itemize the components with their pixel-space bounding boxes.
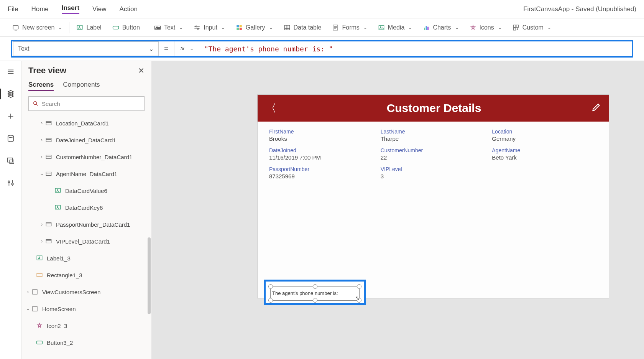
menu-view[interactable]: View [92, 5, 107, 13]
custom-dropdown[interactable]: Custom⌄ [507, 18, 557, 36]
rail-insert[interactable] [3, 109, 18, 124]
svg-rect-14 [284, 25, 290, 30]
resize-handle[interactable] [268, 284, 273, 289]
table-icon [284, 24, 291, 31]
new-screen-button[interactable]: New screen⌄ [7, 18, 67, 36]
rail-advanced[interactable] [3, 175, 18, 191]
label-icon [76, 24, 83, 31]
tree-node-viewcustomers[interactable]: ›ViewCustomersScreen [21, 283, 151, 300]
gallery-dropdown[interactable]: Gallery⌄ [230, 18, 278, 36]
menu-insert[interactable]: Insert [62, 4, 79, 14]
tree-node-rectangle13[interactable]: Rectangle1_3 [21, 267, 151, 283]
svg-rect-26 [426, 26, 427, 30]
forms-dropdown[interactable]: Forms⌄ [327, 18, 372, 36]
resize-handle[interactable] [313, 298, 317, 303]
formula-value[interactable]: "The agent's phone number is: " [199, 45, 333, 53]
menu-home[interactable]: Home [31, 5, 48, 13]
canvas[interactable]: 〈 Customer Details FirstNameBrooks LastN… [152, 61, 644, 359]
svg-rect-50 [46, 138, 51, 142]
svg-rect-64 [33, 290, 37, 294]
field-value: Germany [492, 135, 600, 142]
tree-scrollbar[interactable] [148, 237, 151, 314]
fx-icon: fx [180, 45, 187, 53]
text-dropdown[interactable]: Abc Text⌄ [149, 18, 188, 36]
rail-media[interactable] [3, 153, 18, 168]
tree-node-icon23[interactable]: Icon2_3 [21, 317, 151, 334]
field-label: PassportNumber [269, 166, 377, 172]
icons-dropdown[interactable]: Icons⌄ [464, 18, 507, 36]
tree-title: Tree view [28, 66, 66, 76]
tree-node-agentname[interactable]: ⌄AgentName_DataCard1 [21, 165, 151, 182]
tree-node-datacardkey6[interactable]: DataCardKey6 [21, 199, 151, 216]
svg-rect-58 [46, 223, 51, 226]
rail-hamburger[interactable] [3, 64, 18, 79]
edit-icon[interactable] [591, 102, 601, 114]
tree-node-datacardvalue6[interactable]: DataCardValue6 [21, 182, 151, 199]
input-icon [194, 24, 200, 31]
tab-components[interactable]: Components [63, 81, 100, 91]
left-rail [0, 61, 21, 359]
custom-icon [513, 24, 519, 31]
app-preview[interactable]: 〈 Customer Details FirstNameBrooks LastN… [258, 95, 609, 298]
preview-header: 〈 Customer Details [258, 95, 609, 122]
datacard-icon [45, 153, 52, 160]
media-icon [378, 24, 385, 31]
svg-text:fx: fx [180, 46, 184, 51]
fx-button[interactable]: fx ⌄ [174, 41, 199, 56]
rail-tree-view[interactable] [3, 86, 18, 102]
input-dropdown[interactable]: Input⌄ [188, 18, 230, 36]
svg-rect-10 [237, 25, 239, 27]
svg-rect-12 [237, 28, 239, 30]
data-table-button[interactable]: Data table [278, 18, 327, 36]
tree-node-label13[interactable]: Label1_3 [21, 250, 151, 267]
rectangle-icon [36, 272, 43, 278]
star-icon [36, 322, 43, 329]
svg-rect-13 [240, 28, 242, 30]
tree-node-viplevel[interactable]: ›VIPLevel_DataCard1 [21, 233, 151, 250]
equals-sign: = [159, 44, 174, 53]
property-dropdown[interactable]: Text ⌄ [13, 41, 159, 56]
tree-node-customernumber[interactable]: ›CustomerNumber_DataCard1 [21, 148, 151, 165]
resize-handle[interactable] [357, 284, 361, 289]
field-label: VIPLevel [381, 166, 488, 172]
tab-screens[interactable]: Screens [28, 81, 54, 91]
field-label: AgentName [492, 147, 600, 153]
svg-rect-11 [240, 25, 242, 27]
field-label: FirstName [269, 128, 377, 135]
tree-close-button[interactable]: ✕ [138, 66, 145, 75]
label-icon [36, 255, 43, 262]
tree-search-input[interactable] [42, 100, 140, 107]
svg-rect-60 [46, 240, 51, 243]
rail-data[interactable] [3, 131, 18, 146]
resize-handle[interactable] [268, 298, 273, 303]
media-dropdown[interactable]: Media⌄ [373, 18, 418, 36]
tree-node-location[interactable]: ›Location_DataCard1 [21, 115, 151, 132]
button-button[interactable]: Button [107, 18, 145, 36]
tree-node-passportnumber[interactable]: ›PassportNumber_DataCard1 [21, 216, 151, 233]
back-icon[interactable]: 〈 [265, 100, 277, 116]
resize-handle[interactable] [313, 284, 317, 289]
field-value: Tharpe [381, 135, 488, 142]
ribbon: New screen⌄ Label Button Abc Text⌄ Input… [0, 18, 644, 37]
svg-rect-48 [46, 122, 51, 125]
selected-control-highlight[interactable]: The agent's phone number is: ⤡ [264, 280, 366, 305]
svg-point-24 [380, 26, 381, 27]
charts-dropdown[interactable]: Charts⌄ [417, 18, 464, 36]
preview-title: Customer Details [277, 102, 591, 115]
tree-node-datejoined[interactable]: ›DateJoined_DataCard1 [21, 132, 151, 148]
tree-list: ›Location_DataCard1 ›DateJoined_DataCard… [21, 115, 151, 359]
menu-bar: File Home Insert View Action FirstCanvas… [0, 0, 644, 18]
svg-rect-27 [427, 26, 429, 30]
menu-file[interactable]: File [8, 5, 18, 13]
forms-icon [332, 24, 339, 31]
datacard-icon [45, 238, 52, 245]
tree-search[interactable] [28, 96, 145, 111]
label-button[interactable]: Label [71, 18, 107, 36]
tree-node-homescreen[interactable]: ⌄HomeScreen [21, 300, 151, 317]
menu-action[interactable]: Action [120, 5, 138, 13]
selected-label-control[interactable]: The agent's phone number is: ⤡ [270, 286, 360, 301]
tree-node-button32[interactable]: Button3_2 [21, 334, 151, 351]
field-value: 11/16/2019 7:00 PM [269, 154, 377, 161]
field-value: Beto Yark [492, 154, 600, 161]
app-title: FirstCanvasApp - Saved (Unpublished) [523, 5, 636, 13]
